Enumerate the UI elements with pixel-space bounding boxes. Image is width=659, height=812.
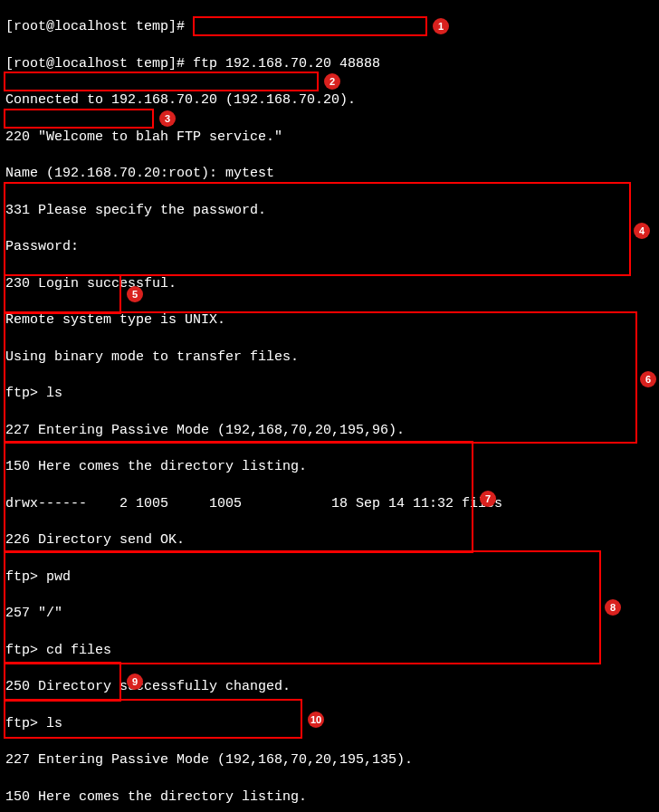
callout-2: 2 (324, 73, 340, 90)
term-line: 150 Here comes the directory listing. (5, 788, 654, 807)
term-line: 257 "/" (5, 605, 654, 623)
terminal-output: [root@localhost temp]# [root@localhost t… (0, 0, 659, 812)
term-line: 331 Please specify the password. (5, 202, 654, 220)
term-line: 150 Here comes the directory listing. (5, 458, 654, 476)
highlight-box-4 (4, 182, 631, 276)
term-line: Remote system type is UNIX. (5, 311, 654, 330)
term-line: Name (192.168.70.20:root): mytest (5, 165, 654, 183)
term-line: 250 Directory successfully changed. (5, 678, 654, 696)
term-line: 227 Entering Passive Mode (192,168,70,20… (5, 422, 654, 440)
term-line: 227 Entering Passive Mode (192,168,70,20… (5, 751, 654, 769)
term-line: [root@localhost temp]# (5, 18, 654, 36)
term-line: ftp> cd files (5, 642, 654, 660)
term-line: 220 "Welcome to blah FTP service." (5, 129, 654, 147)
term-line: 226 Directory send OK. (5, 531, 654, 549)
highlight-box-2 (4, 72, 319, 91)
term-line: Using binary mode to transfer files. (5, 349, 654, 367)
term-line: Password: (5, 238, 654, 256)
term-line: ftp> ls (5, 715, 654, 733)
term-line: 230 Login successful. (5, 275, 654, 293)
highlight-box-3 (4, 109, 154, 129)
callout-4: 4 (634, 223, 650, 239)
term-line: ftp> ls (5, 385, 654, 403)
term-line: drwx------ 2 1005 1005 18 Sep 14 11:32 f… (5, 495, 654, 513)
term-line: Connected to 192.168.70.20 (192.168.70.2… (5, 91, 654, 110)
callout-3: 3 (159, 110, 176, 127)
term-line: [root@localhost temp]# ftp 192.168.70.20… (5, 55, 654, 73)
term-line: ftp> pwd (5, 568, 654, 587)
